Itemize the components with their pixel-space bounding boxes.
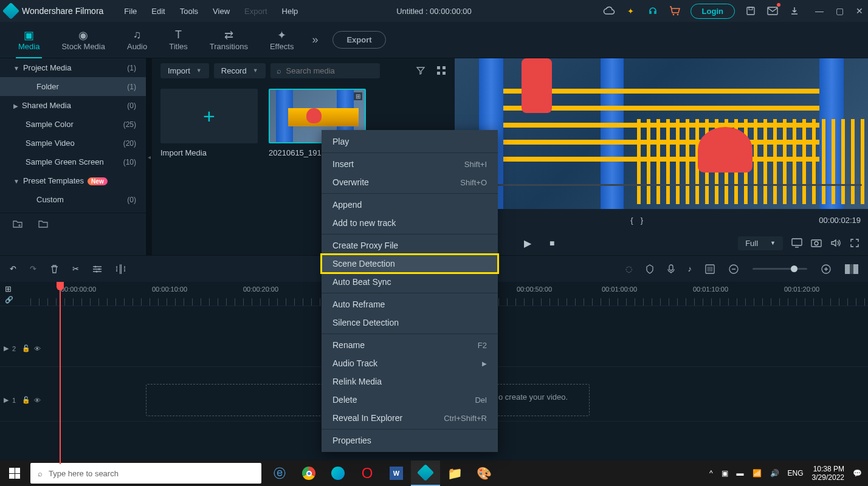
- ctx-silence[interactable]: Silence Detection: [322, 313, 498, 332]
- new-folder-icon[interactable]: [12, 219, 23, 229]
- marker-icon[interactable]: [646, 264, 654, 274]
- menu-help[interactable]: Help: [276, 4, 305, 18]
- tray-battery-icon[interactable]: ▬: [737, 469, 744, 477]
- timeline-options-icon[interactable]: ⊞: [5, 284, 13, 293]
- tray-chevron-icon[interactable]: ^: [709, 469, 713, 477]
- render-icon[interactable]: ◌: [625, 264, 632, 273]
- timeline-link-icon[interactable]: 🔗: [5, 296, 13, 304]
- delete-icon[interactable]: [50, 264, 59, 274]
- zoom-fit-icon[interactable]: [845, 264, 858, 274]
- ctx-audio-track[interactable]: Audio Track▶: [322, 354, 498, 372]
- zoom-out-icon[interactable]: [728, 264, 739, 275]
- filter-icon[interactable]: [416, 66, 425, 75]
- taskbar-filmora[interactable]: [411, 460, 440, 486]
- expand-tabs-icon[interactable]: »: [312, 33, 318, 46]
- tray-clock[interactable]: 10:38 PM3/29/2022: [812, 465, 844, 482]
- minimize-icon[interactable]: —: [815, 6, 824, 16]
- export-button[interactable]: Export: [332, 31, 385, 49]
- tab-transitions[interactable]: ⇄Transitions: [199, 25, 259, 55]
- sidebar-folder[interactable]: Folder(1): [0, 77, 146, 96]
- lock-icon[interactable]: 🔓: [22, 396, 30, 404]
- taskbar-explorer[interactable]: 📁: [440, 460, 469, 486]
- ctx-delete[interactable]: DeleteDel: [322, 391, 498, 409]
- preview-quality-dropdown[interactable]: Full▼: [738, 236, 783, 250]
- ctx-reveal[interactable]: Reveal In ExplorerCtrl+Shift+R: [322, 409, 498, 427]
- grid-view-icon[interactable]: [436, 66, 446, 75]
- taskbar-word[interactable]: W: [382, 460, 411, 486]
- sidebar-sample-green[interactable]: Sample Green Screen(10): [0, 152, 146, 171]
- stop-icon[interactable]: ■: [549, 238, 554, 248]
- menu-tools[interactable]: Tools: [174, 4, 204, 18]
- taskbar-opera[interactable]: O: [353, 460, 382, 486]
- waveform-icon[interactable]: ⁞║⁞: [115, 264, 126, 273]
- login-button[interactable]: Login: [691, 4, 735, 19]
- play-icon[interactable]: ▶: [524, 238, 531, 249]
- mixer-icon[interactable]: [705, 264, 715, 274]
- sidebar-preset-templates[interactable]: ▼Preset TemplatesNew: [0, 171, 146, 190]
- ctx-properties[interactable]: Properties: [322, 431, 498, 450]
- sidebar-shared-media[interactable]: ▶Shared Media(0): [0, 96, 146, 115]
- tray-lang[interactable]: ENG: [788, 469, 804, 477]
- zoom-slider[interactable]: [753, 268, 807, 270]
- music-note-icon[interactable]: ♪: [688, 264, 692, 273]
- cart-icon[interactable]: [669, 5, 681, 17]
- preview-scrubber[interactable]: [461, 184, 862, 186]
- tray-wifi-icon[interactable]: 📶: [753, 469, 762, 477]
- sidebar-sample-video[interactable]: Sample Video(20): [0, 134, 146, 152]
- lock-icon[interactable]: 🔓: [22, 344, 30, 352]
- import-dropdown[interactable]: Import▼: [160, 63, 209, 78]
- display-icon[interactable]: [791, 238, 802, 248]
- menu-edit[interactable]: Edit: [145, 4, 171, 18]
- sidebar-custom[interactable]: Custom(0): [0, 190, 146, 209]
- record-dropdown[interactable]: Record▼: [214, 63, 266, 78]
- ctx-reframe[interactable]: Auto Reframe: [322, 295, 498, 313]
- taskbar-paint[interactable]: 🎨: [469, 460, 498, 486]
- ctx-proxy[interactable]: Create Proxy File: [322, 236, 498, 255]
- download-icon[interactable]: [788, 5, 801, 17]
- ctx-scene-detection[interactable]: Scene Detection: [322, 255, 498, 273]
- mark-out-icon[interactable]: }: [641, 216, 643, 225]
- tray-onedrive-icon[interactable]: ▣: [722, 469, 728, 477]
- ctx-relink[interactable]: Relink Media: [322, 372, 498, 391]
- taskbar-search[interactable]: ⌕Type here to search: [30, 463, 261, 484]
- taskbar-chrome[interactable]: [294, 460, 323, 486]
- adjust-icon[interactable]: [92, 265, 102, 273]
- maximize-icon[interactable]: ▢: [836, 6, 844, 16]
- fullscreen-icon[interactable]: [850, 238, 859, 248]
- playhead[interactable]: [60, 282, 61, 464]
- tab-titles[interactable]: TTitles: [158, 25, 199, 55]
- tab-effects[interactable]: ✦Effects: [259, 25, 305, 55]
- tab-stock-media[interactable]: ◉Stock Media: [50, 25, 116, 55]
- ctx-add-track[interactable]: Add to new track: [322, 214, 498, 232]
- ctx-append[interactable]: Append: [322, 196, 498, 214]
- tab-media[interactable]: ▣Media: [7, 25, 50, 55]
- snapshot-icon[interactable]: [811, 238, 822, 248]
- mark-in-icon[interactable]: {: [630, 216, 633, 225]
- zoom-in-icon[interactable]: [821, 264, 832, 275]
- close-icon[interactable]: ✕: [856, 6, 863, 16]
- import-media-tile[interactable]: + Import Media: [160, 89, 258, 157]
- save-icon[interactable]: [745, 5, 757, 17]
- mic-icon[interactable]: [667, 264, 675, 274]
- menu-file[interactable]: File: [118, 4, 143, 18]
- start-button[interactable]: [0, 460, 29, 486]
- mail-icon[interactable]: [766, 5, 779, 17]
- search-media[interactable]: ⌕: [270, 63, 380, 78]
- undo-icon[interactable]: ↶: [10, 264, 16, 273]
- volume-icon[interactable]: [830, 238, 841, 248]
- ctx-play[interactable]: Play: [322, 132, 498, 151]
- tray-volume-icon[interactable]: 🔊: [770, 469, 779, 477]
- redo-icon[interactable]: ↷: [30, 264, 36, 273]
- ctx-rename[interactable]: RenameF2: [322, 336, 498, 354]
- preview-video[interactable]: [455, 58, 868, 209]
- sidebar-sample-color[interactable]: Sample Color(25): [0, 115, 146, 134]
- ctx-beat-sync[interactable]: Auto Beat Sync: [322, 273, 498, 291]
- ctx-insert[interactable]: InsertShift+I: [322, 155, 498, 173]
- cut-icon[interactable]: ✂: [72, 264, 79, 273]
- tray-notifications-icon[interactable]: 💬: [853, 469, 862, 477]
- lightbulb-icon[interactable]: ✦: [625, 5, 637, 17]
- search-input[interactable]: [286, 66, 374, 75]
- folder-icon[interactable]: [38, 219, 49, 229]
- taskbar-ie[interactable]: ⓔ: [265, 460, 294, 486]
- headset-icon[interactable]: [647, 5, 659, 17]
